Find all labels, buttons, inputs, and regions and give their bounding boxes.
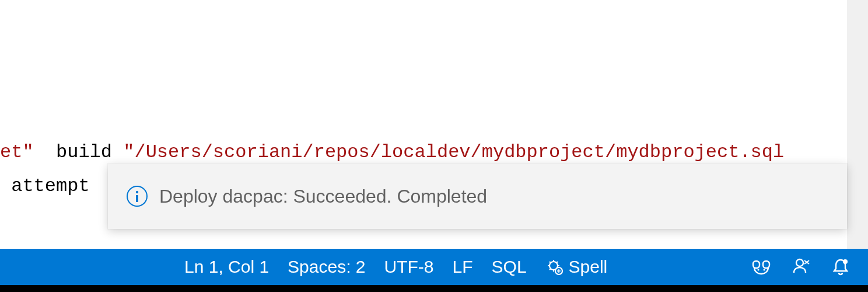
code-line: attempt [0, 171, 90, 202]
status-indentation[interactable]: Spaces: 2 [278, 249, 374, 285]
notification-toast[interactable]: Deploy dacpac: Succeeded. Completed [108, 164, 847, 229]
svg-rect-1 [136, 195, 138, 202]
status-copilot[interactable] [742, 258, 780, 276]
svg-point-8 [796, 259, 803, 266]
info-icon [127, 186, 148, 207]
status-encoding[interactable]: UTF-8 [375, 249, 443, 285]
status-language[interactable]: SQL [482, 249, 536, 285]
status-notifications[interactable] [822, 258, 859, 276]
svg-rect-5 [763, 261, 769, 268]
svg-point-0 [136, 191, 138, 193]
status-account[interactable] [783, 258, 820, 276]
notification-message: Deploy dacpac: Succeeded. Completed [159, 186, 487, 207]
account-icon [792, 258, 811, 276]
status-spellcheck[interactable]: Spell [536, 249, 617, 285]
copilot-icon [751, 258, 771, 276]
bell-icon [832, 258, 849, 276]
svg-point-6 [758, 269, 760, 271]
status-cursor-position[interactable]: Ln 1, Col 1 [175, 249, 278, 285]
sparkle-bug-icon [545, 258, 564, 276]
svg-point-9 [843, 259, 848, 264]
svg-rect-4 [753, 261, 760, 268]
status-eol[interactable]: LF [443, 249, 482, 285]
vertical-scrollbar[interactable] [847, 0, 868, 249]
status-bar: Ln 1, Col 1 Spaces: 2 UTF-8 LF SQL Spell [0, 249, 868, 285]
svg-point-7 [764, 269, 765, 271]
bottom-edge [0, 285, 868, 292]
